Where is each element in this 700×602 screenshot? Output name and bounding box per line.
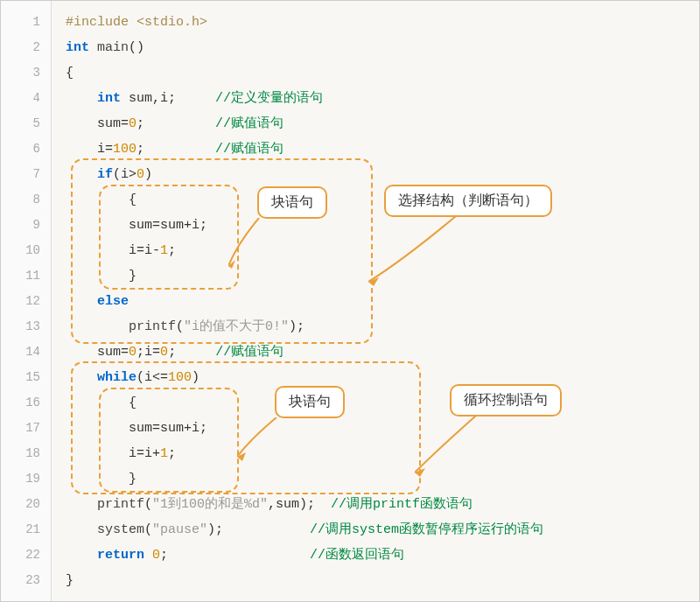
line-number: 5: [1, 111, 40, 136]
code-line: printf("i的值不大于0!");: [66, 314, 699, 340]
code-line: int sum,i; //定义变量的语句: [66, 86, 699, 111]
line-number: 11: [1, 263, 40, 289]
line-number: 18: [1, 441, 40, 466]
line-number: 21: [1, 517, 40, 542]
code-line: system("pause"); //调用system函数暂停程序运行的语句: [66, 517, 699, 542]
code-line: sum=0;i=0; //赋值语句: [66, 340, 699, 365]
line-number: 17: [1, 416, 40, 441]
code-line: i=i-1;: [66, 238, 699, 263]
line-number: 2: [1, 35, 40, 60]
line-number: 7: [1, 162, 40, 187]
line-number: 4: [1, 86, 40, 111]
code-line: return 0; //函数返回语句: [66, 542, 699, 568]
code-line: {: [66, 187, 699, 213]
line-number: 19: [1, 466, 40, 492]
line-number: 15: [1, 365, 40, 390]
line-number: 23: [1, 568, 40, 593]
line-number: 1: [1, 10, 40, 35]
code-line: {: [66, 390, 699, 416]
code-line: while(i<=100): [66, 365, 699, 390]
code-line: sum=sum+i;: [66, 416, 699, 441]
code-line: }: [66, 263, 699, 289]
line-number: 22: [1, 542, 40, 568]
line-number: 16: [1, 390, 40, 416]
code-line: {: [66, 60, 699, 86]
code-line: sum=0; //赋值语句: [66, 111, 699, 136]
code-editor: 1 2 3 4 5 6 7 8 9 10 11 12 13 14 15 16 1…: [0, 0, 700, 602]
line-number: 13: [1, 314, 40, 340]
line-number: 10: [1, 238, 40, 263]
line-number: 3: [1, 60, 40, 86]
code-line: i=100; //赋值语句: [66, 136, 699, 162]
line-number: 20: [1, 492, 40, 517]
code-line: }: [66, 568, 699, 593]
code-line: i=i+1;: [66, 441, 699, 466]
code-area: #include <stdio.h> int main() { int sum,…: [52, 1, 699, 601]
code-line: int main(): [66, 35, 699, 60]
code-line: if(i>0): [66, 162, 699, 187]
code-line: sum=sum+i;: [66, 213, 699, 238]
line-number: 8: [1, 187, 40, 213]
line-number: 6: [1, 136, 40, 162]
code-line: #include <stdio.h>: [66, 10, 699, 35]
code-line: }: [66, 466, 699, 492]
line-number: 14: [1, 340, 40, 365]
line-number-gutter: 1 2 3 4 5 6 7 8 9 10 11 12 13 14 15 16 1…: [1, 1, 52, 601]
line-number: 9: [1, 213, 40, 238]
code-line: else: [66, 289, 699, 314]
code-line: printf("1到100的和是%d",sum); //调用printf函数语句: [66, 492, 699, 517]
line-number: 12: [1, 289, 40, 314]
